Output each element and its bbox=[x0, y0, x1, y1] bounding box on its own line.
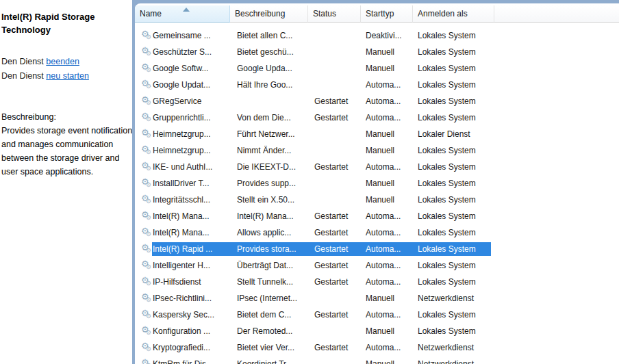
column-header-name-label: Name bbox=[140, 9, 162, 18]
services-list-panel: Name Beschreibung Status Starttyp Anmeld… bbox=[135, 3, 619, 364]
service-row[interactable]: ⚙⚙ Integritätsschl... Stellt ein X.50...… bbox=[135, 192, 619, 208]
column-header-logon-as-label: Anmelden als bbox=[418, 9, 468, 18]
service-name-cell: Heimnetzgrup... bbox=[152, 129, 236, 139]
service-row[interactable]: ⚙⚙ Heimnetzgrup... Nimmt Änder... Manuel… bbox=[135, 142, 619, 159]
service-gear-icon: ⚙⚙ bbox=[142, 260, 151, 271]
service-row[interactable]: ⚙⚙ Kryptografiedi... Bietet vier Ver... … bbox=[135, 339, 619, 356]
service-row-content: Gruppenrichtli... Von dem Die... Gestart… bbox=[152, 111, 491, 125]
service-row[interactable]: ⚙⚙ Geschützter S... Bietet geschü... Man… bbox=[135, 44, 619, 60]
service-logon-cell: Lokales System bbox=[417, 113, 491, 122]
service-gear-icon: ⚙⚙ bbox=[142, 359, 151, 364]
column-header-description-label: Beschreibung bbox=[235, 9, 285, 18]
service-status-cell: Gestartet bbox=[314, 96, 365, 106]
service-gear-icon: ⚙⚙ bbox=[142, 63, 151, 74]
service-startup-cell: Automa... bbox=[365, 277, 417, 287]
service-startup-cell: Automa... bbox=[365, 343, 417, 352]
service-name-cell: Geschützter S... bbox=[152, 47, 236, 57]
service-row[interactable]: ⚙⚙ Google Softw... Google Upda... Manuel… bbox=[135, 60, 619, 77]
service-row-content: Heimnetzgrup... Nimmt Änder... Manuell L… bbox=[152, 144, 491, 157]
service-status-cell: Gestartet bbox=[314, 113, 365, 122]
service-row[interactable]: ⚙⚙ Google Updat... Hält Ihre Goo... Auto… bbox=[135, 77, 619, 93]
service-gear-icon: ⚙⚙ bbox=[142, 96, 151, 107]
service-name-cell: InstallDriver T... bbox=[152, 179, 236, 188]
restart-service-link[interactable]: neu starten bbox=[46, 71, 89, 81]
service-description-cell: Hält Ihre Goo... bbox=[236, 80, 314, 90]
service-row[interactable]: ⚙⚙ IP-Hilfsdienst Stellt Tunnelk... Gest… bbox=[135, 274, 619, 290]
service-logon-cell: Lokales System bbox=[417, 261, 491, 270]
column-header-name[interactable]: Name bbox=[135, 5, 230, 23]
service-row[interactable]: ⚙⚙ Intel(R) Mana... Allows applic... Ges… bbox=[135, 224, 619, 241]
restart-service-prefix: Den Dienst bbox=[1, 71, 46, 81]
service-row[interactable]: ⚙⚙ IKE- und AuthI... Die IKEEXT-D... Ges… bbox=[135, 159, 619, 175]
service-name-cell: GRegService bbox=[152, 96, 236, 106]
service-description-cell: Intel(R) Mana... bbox=[236, 211, 314, 221]
service-status-cell: Gestartet bbox=[314, 211, 365, 221]
service-logon-cell: Lokales System bbox=[417, 47, 491, 57]
description-text: Provides storage event notification and … bbox=[1, 124, 133, 179]
service-startup-cell: Manuell bbox=[365, 195, 417, 205]
service-startup-cell: Automa... bbox=[365, 113, 417, 122]
sort-ascending-icon bbox=[183, 8, 190, 12]
service-gear-icon: ⚙⚙ bbox=[142, 161, 151, 172]
service-logon-cell: Lokaler Dienst bbox=[417, 129, 491, 139]
service-row[interactable]: ⚙⚙ Intelligenter H... Überträgt Dat... G… bbox=[135, 257, 619, 274]
service-row[interactable]: ⚙⚙ Gemeinsame ... Bietet allen C... Deak… bbox=[135, 27, 619, 44]
service-description-cell: IPsec (Internet... bbox=[236, 294, 314, 303]
service-gear-icon: ⚙⚙ bbox=[142, 194, 151, 205]
service-row[interactable]: ⚙⚙ InstallDriver T... Provides supp... M… bbox=[135, 175, 619, 192]
service-row-content: IKE- und AuthI... Die IKEEXT-D... Gestar… bbox=[152, 160, 491, 174]
service-row[interactable]: ⚙⚙ Konfiguration ... Der Remoted... Manu… bbox=[135, 323, 619, 339]
service-row-content: Intel(R) Rapid ... Provides stora... Ges… bbox=[152, 242, 491, 256]
column-header-logon-as[interactable]: Anmelden als bbox=[413, 5, 494, 23]
service-row[interactable]: ⚙⚙ Intel(R) Mana... Intel(R) Mana... Ges… bbox=[135, 208, 619, 224]
service-gear-icon: ⚙⚙ bbox=[142, 178, 151, 189]
column-header-status[interactable]: Status bbox=[308, 5, 361, 23]
service-row-content: Heimnetzgrup... Führt Netzwer... Manuell… bbox=[152, 127, 491, 141]
service-name-cell: Intel(R) Mana... bbox=[152, 228, 236, 237]
service-gear-icon: ⚙⚙ bbox=[142, 326, 151, 337]
service-startup-cell: Automa... bbox=[365, 244, 417, 254]
service-description-cell: Provides supp... bbox=[236, 179, 314, 188]
service-description-cell: Provides stora... bbox=[236, 244, 314, 254]
service-name-cell: IPsec-Richtlini... bbox=[152, 294, 236, 303]
service-description-cell: Die IKEEXT-D... bbox=[236, 162, 314, 172]
service-row[interactable]: ⚙⚙ IPsec-Richtlini... IPsec (Internet...… bbox=[135, 290, 619, 307]
service-row[interactable]: ⚙⚙ Heimnetzgrup... Führt Netzwer... Manu… bbox=[135, 126, 619, 142]
service-description-cell: Bietet vier Ver... bbox=[236, 343, 314, 352]
service-status-cell: Gestartet bbox=[314, 261, 365, 270]
column-header-startup-type-label: Starttyp bbox=[366, 9, 394, 18]
service-startup-cell: Manuell bbox=[365, 294, 417, 303]
service-startup-cell: Manuell bbox=[365, 64, 417, 73]
service-row[interactable]: ⚙⚙ Kaspersky Sec... Bietet dem C... Gest… bbox=[135, 307, 619, 323]
service-row[interactable]: ⚙⚙ Intel(R) Rapid ... Provides stora... … bbox=[135, 241, 619, 257]
service-gear-icon: ⚙⚙ bbox=[142, 145, 151, 156]
service-name-cell: Intelligenter H... bbox=[152, 261, 236, 270]
stop-service-link[interactable]: beenden bbox=[46, 57, 79, 66]
service-logon-cell: Netzwerkdienst bbox=[417, 359, 491, 364]
service-row-content: Geschützter S... Bietet geschü... Manuel… bbox=[152, 45, 491, 59]
service-startup-cell: Manuell bbox=[365, 326, 417, 336]
service-startup-cell: Automa... bbox=[365, 162, 417, 172]
service-status-cell: Gestartet bbox=[314, 244, 365, 254]
service-startup-cell: Automa... bbox=[365, 80, 417, 90]
service-row[interactable]: ⚙⚙ Gruppenrichtli... Von dem Die... Gest… bbox=[135, 109, 619, 126]
services-console: Intel(R) Rapid Storage Technology Den Di… bbox=[0, 0, 619, 364]
column-header-description[interactable]: Beschreibung bbox=[230, 5, 308, 23]
service-row-content: Google Updat... Hält Ihre Goo... Automa.… bbox=[152, 78, 491, 92]
service-startup-cell: Manuell bbox=[365, 47, 417, 57]
stop-service-line: Den Dienst beenden bbox=[1, 55, 129, 69]
service-startup-cell: Manuell bbox=[365, 179, 417, 188]
service-logon-cell: Lokales System bbox=[417, 195, 491, 205]
column-header-startup-type[interactable]: Starttyp bbox=[361, 5, 413, 23]
service-row[interactable]: ⚙⚙ GRegService Gestartet Automa... Lokal… bbox=[135, 93, 619, 109]
service-logon-cell: Lokales System bbox=[417, 211, 491, 221]
service-row[interactable]: ⚙⚙ KtmRm für Dis... Koordiniert Tr... Ma… bbox=[135, 356, 619, 364]
service-row-content: IP-Hilfsdienst Stellt Tunnelk... Gestart… bbox=[152, 275, 491, 289]
service-logon-cell: Lokales System bbox=[417, 64, 491, 73]
service-description-pane: Intel(R) Rapid Storage Technology Den Di… bbox=[0, 0, 132, 364]
service-description-cell: Nimmt Änder... bbox=[236, 146, 314, 155]
service-gear-icon: ⚙⚙ bbox=[142, 30, 151, 41]
service-gear-icon: ⚙⚙ bbox=[142, 244, 151, 255]
service-logon-cell: Netzwerkdienst bbox=[417, 343, 491, 352]
service-logon-cell: Lokales System bbox=[417, 31, 491, 40]
